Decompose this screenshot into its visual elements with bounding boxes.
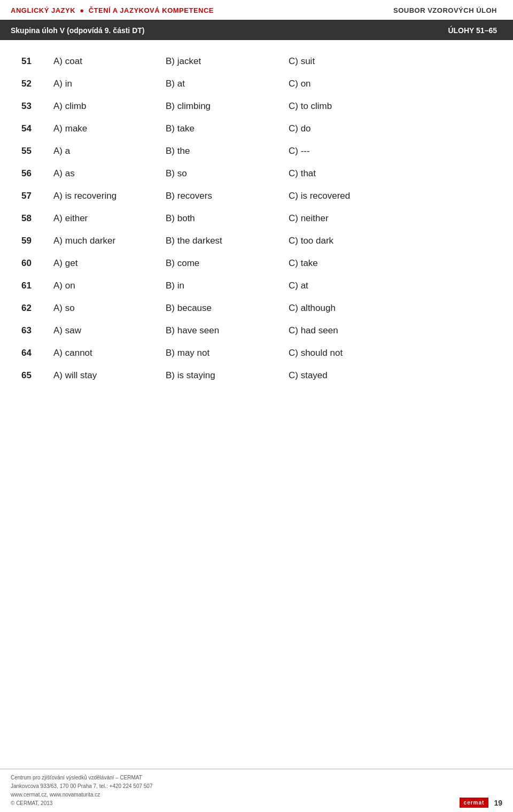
question-52-option-c: C) on [289,79,492,89]
question-54-option-a: A) make [53,123,166,134]
question-61-option-a: A) on [53,280,166,291]
question-row: 61A) onB) inC) at [21,280,492,291]
question-53-option-b: B) climbing [166,101,289,112]
question-number-61: 61 [21,280,53,291]
question-60-option-c: C) take [289,258,492,269]
question-number-57: 57 [21,191,53,201]
footer-line4: © CERMAT, 2013 [11,799,152,808]
question-65-option-a: A) will stay [53,370,166,381]
page-header: ANGLICKÝ JAZYK ● ČTENÍ A JAZYKOVÁ KOMPET… [0,0,513,21]
footer-line1: Centrum pro zjišťování výsledků vzdělává… [11,774,152,782]
main-content: 51A) coatB) jacketC) suit52A) inB) atC) … [0,40,513,414]
question-number-59: 59 [21,236,53,246]
header-subject: ANGLICKÝ JAZYK [11,6,75,14]
question-row: 58A) eitherB) bothC) neither [21,213,492,224]
page-number: 19 [494,799,502,807]
footer-line2: Jankovcova 933/63, 170 00 Praha 7, tel.:… [11,782,152,791]
question-number-56: 56 [21,168,53,179]
question-62-option-c: C) although [289,303,492,314]
question-54-option-b: B) take [166,123,289,134]
question-52-option-b: B) at [166,79,289,89]
question-number-53: 53 [21,101,53,112]
question-58-option-c: C) neither [289,213,492,224]
question-55-option-b: B) the [166,146,289,157]
question-55-option-a: A) a [53,146,166,157]
question-number-54: 54 [21,123,53,134]
question-number-63: 63 [21,325,53,336]
question-52-option-a: A) in [53,79,166,89]
question-row: 57A) is recoveringB) recoversC) is recov… [21,191,492,201]
question-row: 52A) inB) atC) on [21,79,492,89]
question-row: 51A) coatB) jacketC) suit [21,56,492,67]
footer-info: Centrum pro zjišťování výsledků vzdělává… [11,774,152,808]
question-65-option-c: C) stayed [289,370,492,381]
question-57-option-c: C) is recovered [289,191,492,201]
question-number-52: 52 [21,79,53,89]
question-51-option-a: A) coat [53,56,166,67]
question-57-option-b: B) recovers [166,191,289,201]
header-dot: ● [80,6,86,14]
question-61-option-c: C) at [289,280,492,291]
question-row: 62A) soB) becauseC) although [21,303,492,314]
question-59-option-c: C) too dark [289,236,492,246]
question-60-option-a: A) get [53,258,166,269]
question-51-option-b: B) jacket [166,56,289,67]
question-56-option-b: B) so [166,168,289,179]
question-row: 60A) getB) comeC) take [21,258,492,269]
question-row: 65A) will stayB) is stayingC) stayed [21,370,492,381]
page-footer: Centrum pro zjišťování výsledků vzdělává… [0,769,513,812]
question-row: 59A) much darkerB) the darkestC) too dar… [21,236,492,246]
question-number-55: 55 [21,146,53,157]
question-row: 64A) cannotB) may notC) should not [21,348,492,358]
question-row: 53A) climbB) climbingC) to climb [21,101,492,112]
question-row: 54A) makeB) takeC) do [21,123,492,134]
question-number-51: 51 [21,56,53,67]
question-row: 63A) sawB) have seenC) had seen [21,325,492,336]
question-59-option-a: A) much darker [53,236,166,246]
question-64-option-b: B) may not [166,348,289,358]
subheader: Skupina úloh V (odpovídá 9. části DT) ÚL… [0,21,513,40]
question-63-option-c: C) had seen [289,325,492,336]
footer-line3: www.cermat.cz, www.novamaturita.cz [11,791,152,799]
question-59-option-b: B) the darkest [166,236,289,246]
question-65-option-b: B) is staying [166,370,289,381]
question-row: 55A) aB) theC) --- [21,146,492,157]
header-left: ANGLICKÝ JAZYK ● ČTENÍ A JAZYKOVÁ KOMPET… [11,6,214,14]
question-number-62: 62 [21,303,53,314]
question-57-option-a: A) is recovering [53,191,166,201]
question-58-option-b: B) both [166,213,289,224]
question-64-option-a: A) cannot [53,348,166,358]
question-63-option-b: B) have seen [166,325,289,336]
question-number-64: 64 [21,348,53,358]
question-64-option-c: C) should not [289,348,492,358]
question-number-58: 58 [21,213,53,224]
question-51-option-c: C) suit [289,56,492,67]
question-62-option-a: A) so [53,303,166,314]
cermat-logo: cermat [460,798,489,808]
question-number-65: 65 [21,370,53,381]
group-label: Skupina úloh V (odpovídá 9. části DT) [11,26,144,35]
question-62-option-b: B) because [166,303,289,314]
question-61-option-b: B) in [166,280,289,291]
question-58-option-a: A) either [53,213,166,224]
question-number-60: 60 [21,258,53,269]
header-right: SOUBOR VZOROVÝCH ÚLOH [393,6,497,14]
question-54-option-c: C) do [289,123,492,134]
header-competence: ČTENÍ A JAZYKOVÁ KOMPETENCE [89,6,214,14]
question-53-option-a: A) climb [53,101,166,112]
question-55-option-c: C) --- [289,146,492,157]
ulohy-label: ÚLOHY 51–65 [448,26,497,35]
question-56-option-a: A) as [53,168,166,179]
footer-right: cermat 19 [460,798,502,808]
question-56-option-c: C) that [289,168,492,179]
question-63-option-a: A) saw [53,325,166,336]
question-60-option-b: B) come [166,258,289,269]
question-row: 56A) asB) soC) that [21,168,492,179]
question-53-option-c: C) to climb [289,101,492,112]
